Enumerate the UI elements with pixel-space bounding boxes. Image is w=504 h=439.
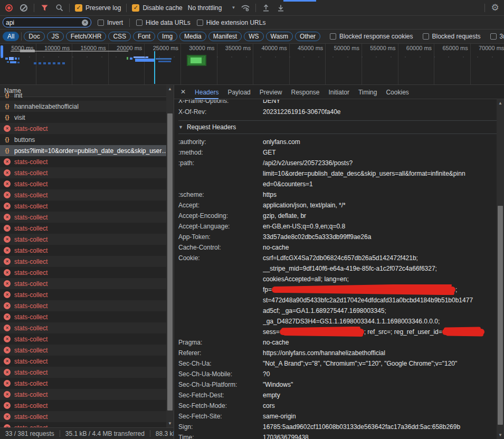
header-row: Time:1703636799438 xyxy=(178,432,497,439)
request-headers-section[interactable]: ▼ Request Headers xyxy=(178,120,497,134)
network-conditions-button[interactable] xyxy=(241,3,250,13)
record-button[interactable] xyxy=(4,3,14,13)
request-row[interactable]: stats-collect xyxy=(0,167,166,178)
request-row[interactable]: stats-collect xyxy=(0,223,166,234)
scrollbar-thumb[interactable] xyxy=(498,206,503,425)
type-filter-other[interactable]: Other xyxy=(295,32,320,41)
export-har-button[interactable] xyxy=(276,3,286,13)
filter-button[interactable] xyxy=(40,3,49,13)
request-row[interactable]: stats-collect xyxy=(0,189,166,201)
type-filter-media[interactable]: Media xyxy=(179,32,206,41)
failed-request-icon xyxy=(4,358,11,365)
clipped-header-row: X-Frame-Options: DENY xyxy=(178,100,497,107)
request-row[interactable]: {}init xyxy=(0,90,166,101)
request-row[interactable]: stats-collect xyxy=(0,289,166,300)
tab-headers[interactable]: Headers xyxy=(195,85,218,99)
blocked-response-cookies-checkbox[interactable]: Blocked response cookies xyxy=(330,33,413,40)
tab-initiator[interactable]: Initiator xyxy=(329,85,349,99)
3rd-party-requests-checkbox[interactable]: 3rd-party requests xyxy=(490,33,504,40)
request-row[interactable]: stats-collect xyxy=(0,256,166,267)
blocked-requests-checkbox[interactable]: Blocked requests xyxy=(423,33,481,40)
request-row[interactable]: stats-collect xyxy=(0,267,166,278)
tab-payload[interactable]: Payload xyxy=(227,85,250,99)
failed-request-icon xyxy=(4,236,11,243)
request-row[interactable]: stats-collect xyxy=(0,367,166,378)
clear-button[interactable] xyxy=(19,3,28,13)
import-har-button[interactable] xyxy=(261,3,271,13)
type-filter-js[interactable]: JS xyxy=(47,32,64,41)
request-row[interactable]: stats-collect xyxy=(0,178,166,189)
type-filter-doc[interactable]: Doc xyxy=(24,32,44,41)
settings-button[interactable]: ⚙ xyxy=(490,3,500,13)
checkbox-unchecked-icon xyxy=(490,33,497,40)
type-filter-all[interactable]: All xyxy=(3,32,19,41)
request-row[interactable]: stats-collect xyxy=(0,411,166,422)
type-filter-wasm[interactable]: Wasm xyxy=(266,32,293,41)
tab-cookies[interactable]: Cookies xyxy=(386,85,408,99)
request-row[interactable]: stats-collect xyxy=(0,234,166,245)
type-filter-font[interactable]: Font xyxy=(133,32,155,41)
request-row[interactable]: stats-collect xyxy=(0,322,166,333)
request-row[interactable]: stats-collect xyxy=(0,356,166,367)
scroll-up-icon[interactable]: ▲ xyxy=(166,85,174,92)
request-row[interactable]: stats-collect xyxy=(0,300,166,311)
tab-preview[interactable]: Preview xyxy=(260,85,282,99)
preserve-log-checkbox[interactable]: Preserve log xyxy=(75,4,121,12)
scroll-down-icon[interactable]: ▼ xyxy=(166,420,174,427)
type-filter-ws[interactable]: WS xyxy=(244,32,263,41)
throttling-dropdown[interactable]: No throttling ▼ xyxy=(188,4,236,12)
header-value-line: ad5cf; _ga=GA1.1.689275447.1698003345; xyxy=(263,306,497,316)
request-row[interactable]: stats-collect xyxy=(0,378,166,389)
request-row[interactable]: {}hannahelizabethofficial xyxy=(0,101,166,112)
request-row[interactable]: stats-collect xyxy=(0,345,166,356)
type-filter-img[interactable]: Img xyxy=(157,32,177,41)
request-row[interactable]: stats-collect xyxy=(0,212,166,223)
request-row[interactable]: stats-collect xyxy=(0,333,166,345)
type-filter-fetch-xhr[interactable]: Fetch/XHR xyxy=(66,32,107,41)
request-row[interactable]: stats-collect xyxy=(0,311,166,322)
scroll-down-icon[interactable]: ▼ xyxy=(497,432,504,438)
scrollbar-thumb[interactable] xyxy=(167,113,173,411)
request-row[interactable]: stats-collect xyxy=(0,245,166,256)
request-row[interactable]: stats-collect xyxy=(0,156,166,167)
clear-icon xyxy=(20,4,27,12)
tabs: HeadersPayloadPreviewResponseInitiatorTi… xyxy=(195,85,409,99)
close-icon[interactable]: ✕ xyxy=(180,88,186,96)
filter-input[interactable] xyxy=(6,19,82,26)
request-list-scrollbar[interactable]: ▲ ▼ xyxy=(166,85,174,427)
request-name: posts?limit=10&order=publish_date_desc&s… xyxy=(14,147,166,155)
checkbox-unchecked-icon xyxy=(423,33,429,40)
hide-data-urls-checkbox[interactable]: Hide data URLs xyxy=(136,19,191,26)
transferred-size: 35.1 kB / 4.4 MB transferred xyxy=(65,430,145,437)
request-row[interactable]: stats-collect xyxy=(0,123,166,134)
type-filter-css[interactable]: CSS xyxy=(108,32,131,41)
request-name: stats-collect xyxy=(14,169,47,177)
header-name: Cookie: xyxy=(178,253,263,337)
request-row[interactable]: stats-collect xyxy=(0,400,166,411)
request-row[interactable]: {}visit xyxy=(0,112,166,123)
search-button[interactable] xyxy=(54,3,64,13)
tab-response[interactable]: Response xyxy=(291,85,319,99)
timeline-selection-handle[interactable] xyxy=(1,45,3,58)
type-filter-manifest[interactable]: Manifest xyxy=(208,32,242,41)
request-row[interactable]: {}buttons xyxy=(0,134,166,145)
request-row[interactable]: stats-collect xyxy=(0,278,166,289)
request-row[interactable]: stats-collect xyxy=(0,389,166,400)
disable-cache-checkbox[interactable]: Disable cache xyxy=(132,4,182,12)
timeline-labels: 5000 ms10000 ms15000 ms20000 ms25000 ms3… xyxy=(0,44,504,84)
header-value: /api2/v2/users/20572336/posts?limit=10&o… xyxy=(263,158,497,189)
clear-filter-icon[interactable] xyxy=(82,20,88,26)
hide-extension-urls-checkbox[interactable]: Hide extension URLs xyxy=(197,19,266,26)
request-name: stats-collect xyxy=(14,413,47,421)
details-scrollbar[interactable]: ▲ ▼ xyxy=(497,99,504,439)
request-row[interactable]: stats-collect xyxy=(0,422,166,427)
invert-checkbox[interactable]: Invert xyxy=(98,19,123,26)
request-row[interactable]: {}posts?limit=10&order=publish_date_desc… xyxy=(0,145,166,156)
tab-timing[interactable]: Timing xyxy=(358,85,377,99)
timeline-overview[interactable]: 5000 ms10000 ms15000 ms20000 ms25000 ms3… xyxy=(0,44,504,85)
header-name: :authority: xyxy=(178,137,263,147)
header-row: Sec-Ch-Ua-Mobile:?0 xyxy=(178,369,497,379)
request-row[interactable]: stats-collect xyxy=(0,201,166,212)
scroll-up-icon[interactable]: ▲ xyxy=(497,100,504,107)
request-name: stats-collect xyxy=(14,280,47,288)
